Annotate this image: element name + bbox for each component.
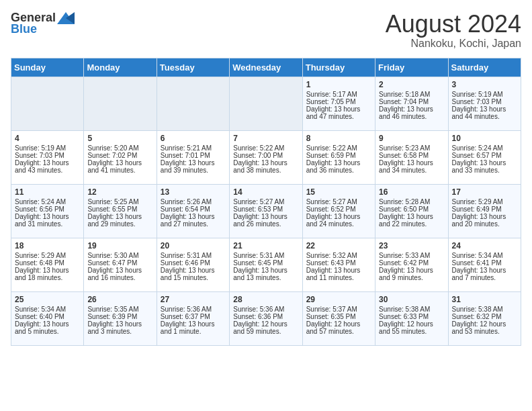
day-number: 27 (161, 295, 226, 304)
sunset-text: Sunset: 6:58 PM (379, 152, 444, 159)
calendar-day-cell: 31Sunrise: 5:38 AMSunset: 6:32 PMDayligh… (448, 291, 521, 345)
daylight-text: Daylight: 13 hours and 26 minutes. (233, 213, 298, 228)
sunrise-text: Sunrise: 5:29 AM (452, 198, 517, 205)
daylight-text: Daylight: 13 hours and 1 minute. (161, 320, 226, 335)
calendar-day-cell: 13Sunrise: 5:26 AMSunset: 6:54 PMDayligh… (157, 184, 229, 238)
calendar-day-cell: 4Sunrise: 5:19 AMSunset: 7:03 PMDaylight… (11, 130, 84, 184)
sunrise-text: Sunrise: 5:27 AM (306, 198, 371, 205)
daylight-text: Daylight: 13 hours and 31 minutes. (15, 213, 80, 228)
day-of-week-header: Saturday (448, 58, 521, 77)
daylight-text: Daylight: 13 hours and 38 minutes. (233, 159, 298, 174)
calendar-day-cell: 20Sunrise: 5:31 AMSunset: 6:46 PMDayligh… (157, 238, 229, 291)
sunrise-text: Sunrise: 5:25 AM (87, 198, 152, 205)
sunrise-text: Sunrise: 5:20 AM (87, 144, 152, 152)
calendar-day-cell: 17Sunrise: 5:29 AMSunset: 6:49 PMDayligh… (448, 184, 521, 238)
day-number: 14 (233, 187, 298, 197)
calendar-week-row: 1Sunrise: 5:17 AMSunset: 7:05 PMDaylight… (11, 77, 521, 130)
day-number: 29 (306, 295, 371, 304)
calendar-day-cell: 25Sunrise: 5:34 AMSunset: 6:40 PMDayligh… (11, 291, 84, 345)
sunrise-text: Sunrise: 5:17 AM (306, 91, 371, 98)
daylight-text: Daylight: 13 hours and 41 minutes. (87, 159, 152, 174)
day-number: 19 (87, 241, 152, 250)
day-of-week-header: Friday (375, 58, 448, 77)
daylight-text: Daylight: 12 hours and 59 minutes. (233, 320, 298, 335)
sunset-text: Sunset: 6:46 PM (161, 259, 226, 267)
day-number: 31 (452, 295, 517, 304)
sunset-text: Sunset: 6:50 PM (379, 205, 444, 213)
calendar-day-cell: 29Sunrise: 5:37 AMSunset: 6:35 PMDayligh… (302, 291, 375, 345)
calendar-day-cell (230, 77, 302, 130)
calendar-day-cell: 12Sunrise: 5:25 AMSunset: 6:55 PMDayligh… (84, 184, 157, 238)
day-number: 26 (87, 295, 152, 304)
sunset-text: Sunset: 6:54 PM (161, 205, 226, 213)
day-number: 15 (306, 187, 371, 197)
calendar-week-row: 11Sunrise: 5:24 AMSunset: 6:56 PMDayligh… (11, 184, 521, 238)
calendar-day-cell: 30Sunrise: 5:38 AMSunset: 6:33 PMDayligh… (375, 291, 448, 345)
sunset-text: Sunset: 6:35 PM (306, 313, 371, 320)
day-number: 9 (379, 134, 444, 143)
day-number: 25 (15, 295, 80, 304)
daylight-text: Daylight: 13 hours and 47 minutes. (306, 105, 371, 120)
day-number: 11 (15, 187, 80, 197)
day-of-week-header: Thursday (302, 58, 375, 77)
daylight-text: Daylight: 13 hours and 3 minutes. (87, 320, 152, 335)
sunset-text: Sunset: 6:56 PM (15, 205, 80, 213)
calendar-day-cell: 9Sunrise: 5:23 AMSunset: 6:58 PMDaylight… (375, 130, 448, 184)
calendar-day-cell (157, 77, 229, 130)
logo-icon (57, 12, 75, 24)
daylight-text: Daylight: 13 hours and 15 minutes. (161, 267, 226, 281)
sunrise-text: Sunrise: 5:28 AM (379, 198, 444, 205)
sunset-text: Sunset: 6:32 PM (452, 313, 517, 320)
sunset-text: Sunset: 7:05 PM (306, 98, 371, 105)
calendar-day-cell: 7Sunrise: 5:22 AMSunset: 7:00 PMDaylight… (230, 130, 302, 184)
sunrise-text: Sunrise: 5:24 AM (15, 198, 80, 205)
calendar-day-cell: 16Sunrise: 5:28 AMSunset: 6:50 PMDayligh… (375, 184, 448, 238)
calendar-day-cell: 22Sunrise: 5:32 AMSunset: 6:43 PMDayligh… (302, 238, 375, 291)
sunrise-text: Sunrise: 5:22 AM (306, 144, 371, 152)
daylight-text: Daylight: 13 hours and 7 minutes. (452, 267, 517, 281)
sunset-text: Sunset: 6:41 PM (452, 259, 517, 267)
day-number: 6 (161, 134, 226, 143)
sunset-text: Sunset: 7:03 PM (452, 98, 517, 105)
daylight-text: Daylight: 13 hours and 24 minutes. (306, 213, 371, 228)
calendar-day-cell: 14Sunrise: 5:27 AMSunset: 6:53 PMDayligh… (230, 184, 302, 238)
sunrise-text: Sunrise: 5:27 AM (233, 198, 298, 205)
calendar-day-cell: 1Sunrise: 5:17 AMSunset: 7:05 PMDaylight… (302, 77, 375, 130)
day-number: 30 (379, 295, 444, 304)
day-of-week-header: Wednesday (230, 58, 302, 77)
calendar-day-cell: 15Sunrise: 5:27 AMSunset: 6:52 PMDayligh… (302, 184, 375, 238)
day-number: 21 (233, 241, 298, 250)
sunset-text: Sunset: 7:00 PM (233, 152, 298, 159)
calendar-day-cell (11, 77, 84, 130)
day-of-week-header: Tuesday (157, 58, 229, 77)
calendar-day-cell: 24Sunrise: 5:34 AMSunset: 6:41 PMDayligh… (448, 238, 521, 291)
calendar-header-row: SundayMondayTuesdayWednesdayThursdayFrid… (11, 58, 521, 77)
sunrise-text: Sunrise: 5:31 AM (161, 252, 226, 259)
daylight-text: Daylight: 13 hours and 29 minutes. (87, 213, 152, 228)
sunrise-text: Sunrise: 5:31 AM (233, 252, 298, 259)
day-number: 20 (161, 241, 226, 250)
calendar-day-cell: 10Sunrise: 5:24 AMSunset: 6:57 PMDayligh… (448, 130, 521, 184)
calendar-day-cell: 11Sunrise: 5:24 AMSunset: 6:56 PMDayligh… (11, 184, 84, 238)
day-number: 28 (233, 295, 298, 304)
daylight-text: Daylight: 12 hours and 57 minutes. (306, 320, 371, 335)
sunrise-text: Sunrise: 5:24 AM (452, 144, 517, 152)
calendar-day-cell: 5Sunrise: 5:20 AMSunset: 7:02 PMDaylight… (84, 130, 157, 184)
daylight-text: Daylight: 13 hours and 16 minutes. (87, 267, 152, 281)
sunset-text: Sunset: 6:53 PM (233, 205, 298, 213)
sunset-text: Sunset: 6:36 PM (233, 313, 298, 320)
sunrise-text: Sunrise: 5:38 AM (452, 306, 517, 313)
sunset-text: Sunset: 6:40 PM (15, 313, 80, 320)
sunset-text: Sunset: 6:39 PM (87, 313, 152, 320)
sunset-text: Sunset: 6:43 PM (306, 259, 371, 267)
calendar-day-cell: 23Sunrise: 5:33 AMSunset: 6:42 PMDayligh… (375, 238, 448, 291)
sunrise-text: Sunrise: 5:18 AM (379, 91, 444, 98)
daylight-text: Daylight: 13 hours and 33 minutes. (452, 159, 517, 174)
sunset-text: Sunset: 7:02 PM (87, 152, 152, 159)
daylight-text: Daylight: 13 hours and 44 minutes. (452, 105, 517, 120)
title-block: August 2024 Nankoku, Kochi, Japan (386, 11, 521, 50)
daylight-text: Daylight: 13 hours and 20 minutes. (452, 213, 517, 228)
day-number: 5 (87, 134, 152, 143)
sunrise-text: Sunrise: 5:35 AM (87, 306, 152, 313)
sunset-text: Sunset: 6:52 PM (306, 205, 371, 213)
